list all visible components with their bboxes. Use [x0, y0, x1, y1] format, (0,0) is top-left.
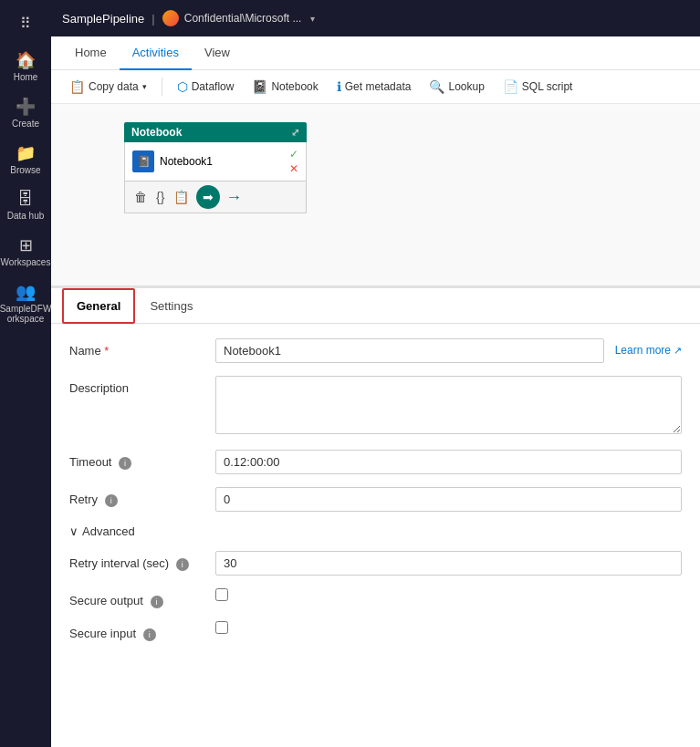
retry-interval-field-container — [215, 551, 682, 576]
retry-interval-info-icon[interactable]: i — [176, 558, 189, 571]
node-title: Notebook — [131, 126, 182, 139]
secure-input-label: Secure input i — [69, 621, 215, 641]
sidebar-item-data-hub-label: Data hub — [7, 211, 45, 221]
name-label: Name * — [69, 338, 215, 358]
copy-data-chevron-icon: ▾ — [142, 82, 147, 91]
description-row: Description — [69, 376, 682, 437]
description-input[interactable] — [215, 376, 682, 434]
sidebar-item-workspaces-label: Workspaces — [1, 257, 51, 267]
sidebar-item-workspaces[interactable]: ⊞ Workspaces — [0, 228, 51, 275]
sidebar-item-browse[interactable]: 📁 Browse — [0, 136, 51, 182]
node-activity-icon: 📓 — [132, 150, 154, 172]
app-launcher-icon[interactable]: ⠿ — [20, 7, 31, 43]
lookup-button[interactable]: 🔍 Lookup — [422, 76, 491, 98]
get-metadata-button[interactable]: ℹ Get metadata — [329, 76, 419, 98]
topbar-separator: | — [151, 12, 154, 26]
advanced-label: Advanced — [82, 524, 135, 538]
tab-home[interactable]: Home — [62, 36, 120, 70]
topbar: SamplePipeline | Confidential\Microsoft … — [51, 0, 700, 36]
retry-row: Retry i — [69, 487, 682, 512]
home-icon: 🏠 — [16, 50, 36, 70]
node-script-button[interactable]: {} — [154, 188, 166, 206]
sidebar-item-data-hub[interactable]: 🗄 Data hub — [0, 182, 51, 228]
status-success-icon: ✓ — [289, 148, 298, 161]
dataflow-button[interactable]: ⬡ Dataflow — [170, 76, 242, 98]
timeout-field-container — [215, 450, 682, 474]
timeout-input[interactable] — [215, 450, 682, 474]
timeout-info-icon[interactable]: i — [119, 457, 131, 470]
notebook-activity-node[interactable]: Notebook ⤢ 📓 Notebook1 ✓ ✕ 🗑 {} 📋 ➡ → — [124, 122, 307, 213]
pipeline-title: SamplePipeline — [62, 12, 144, 26]
lookup-icon: 🔍 — [429, 79, 444, 94]
advanced-section-toggle[interactable]: ∨ Advanced — [69, 524, 682, 538]
nav-tabs: Home Activities View — [51, 36, 700, 70]
data-hub-icon: 🗄 — [17, 190, 34, 209]
panel-tabs: General Settings — [51, 288, 700, 324]
secure-output-field-container — [215, 588, 682, 604]
sidebar-item-create[interactable]: ➕ Create — [0, 89, 51, 136]
notebook-label: Notebook — [271, 80, 318, 93]
learn-more-label: Learn more — [615, 344, 671, 357]
get-metadata-label: Get metadata — [345, 80, 412, 93]
status-fail-icon: ✕ — [289, 162, 298, 175]
timeout-label: Timeout i — [69, 450, 215, 470]
retry-field-container — [215, 487, 682, 512]
retry-info-icon[interactable]: i — [105, 494, 118, 507]
retry-interval-input[interactable] — [215, 551, 682, 576]
lookup-label: Lookup — [448, 80, 484, 93]
node-status-icons: ✓ ✕ — [289, 148, 298, 175]
browse-icon: 📁 — [16, 143, 36, 163]
description-field-container — [215, 376, 682, 437]
toolbar: 📋 Copy data ▾ ⬡ Dataflow 📓 Notebook ℹ Ge… — [51, 70, 700, 104]
secure-input-checkbox[interactable] — [215, 621, 228, 634]
secure-input-info-icon[interactable]: i — [143, 628, 156, 641]
sidebar: ⠿ 🏠 Home ➕ Create 📁 Browse 🗄 Data hub ⊞ … — [0, 0, 51, 747]
workspace-name: Confidential\Microsoft ... — [184, 12, 302, 25]
secure-input-field-container — [215, 621, 682, 637]
secure-output-row: Secure output i — [69, 588, 682, 608]
name-field-container: Learn more ↗ — [215, 338, 682, 363]
copy-data-icon: 📋 — [69, 79, 85, 94]
general-form: Name * Learn more ↗ Description — [51, 324, 700, 669]
notebook-icon: 📓 — [252, 79, 267, 94]
sample-dfw-icon: 👥 — [16, 282, 36, 302]
sql-script-button[interactable]: 📄 SQL script — [496, 76, 580, 98]
learn-more-link[interactable]: Learn more ↗ — [615, 344, 682, 357]
secure-output-label: Secure output i — [69, 588, 215, 608]
bottom-panel: General Settings Name * Learn more ↗ — [51, 286, 700, 669]
dataflow-label: Dataflow — [192, 80, 235, 93]
tab-activities[interactable]: Activities — [120, 36, 192, 70]
node-header: Notebook ⤢ — [124, 122, 307, 142]
panel-tab-general[interactable]: General — [62, 288, 135, 324]
tab-view[interactable]: View — [192, 36, 243, 70]
node-copy-button[interactable]: 📋 — [172, 188, 191, 206]
workspace-selector[interactable]: Confidential\Microsoft ... ▾ — [162, 10, 316, 26]
panel-tab-settings-label: Settings — [150, 299, 193, 313]
sidebar-item-home[interactable]: 🏠 Home — [0, 43, 51, 89]
main-content: SamplePipeline | Confidential\Microsoft … — [51, 0, 700, 747]
node-actions: 🗑 {} 📋 ➡ → — [124, 182, 307, 213]
external-link-icon: ↗ — [674, 345, 682, 357]
toolbar-divider-1 — [162, 78, 162, 96]
name-input[interactable] — [215, 338, 604, 363]
dataflow-icon: ⬡ — [177, 79, 188, 94]
create-icon: ➕ — [16, 97, 36, 117]
sidebar-item-browse-label: Browse — [10, 165, 40, 175]
panel-tab-settings[interactable]: Settings — [135, 288, 207, 324]
retry-input[interactable] — [215, 487, 682, 512]
sidebar-item-home-label: Home — [14, 72, 38, 82]
notebook-button[interactable]: 📓 Notebook — [245, 76, 325, 98]
timeout-row: Timeout i — [69, 450, 682, 474]
secure-output-checkbox[interactable] — [215, 588, 228, 601]
pipeline-canvas[interactable]: Notebook ⤢ 📓 Notebook1 ✓ ✕ 🗑 {} 📋 ➡ → — [51, 104, 700, 286]
workspaces-icon: ⊞ — [19, 235, 33, 255]
copy-data-button[interactable]: 📋 Copy data ▾ — [62, 76, 154, 98]
expand-icon: ⤢ — [291, 127, 299, 139]
node-connect-right-icon[interactable]: → — [225, 188, 242, 207]
node-run-button[interactable]: ➡ — [196, 185, 220, 209]
sidebar-item-sample-dfw[interactable]: 👥 SampleDFW orkspace — [0, 275, 51, 331]
secure-output-info-icon[interactable]: i — [151, 596, 163, 608]
description-label: Description — [69, 376, 215, 395]
node-delete-button[interactable]: 🗑 — [132, 188, 149, 206]
name-required-indicator: * — [104, 344, 109, 358]
